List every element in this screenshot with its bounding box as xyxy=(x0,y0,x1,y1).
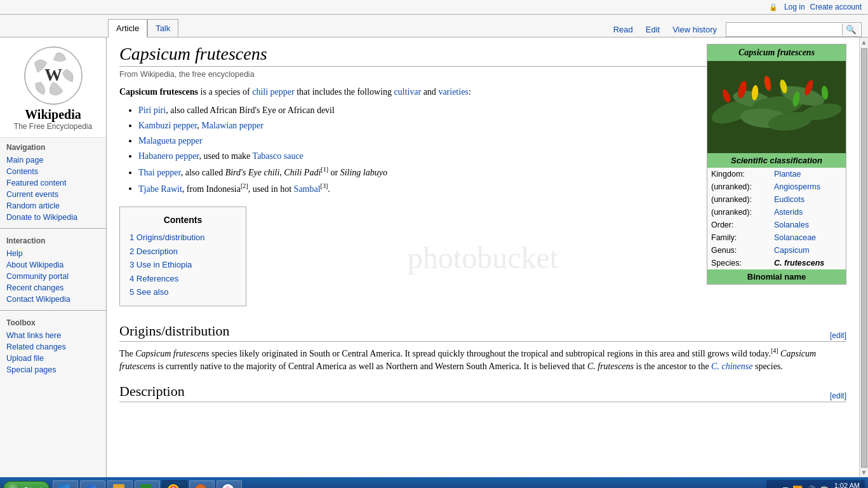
link-kambuzi[interactable]: Kambuzi pepper xyxy=(138,121,197,130)
link-malagueta[interactable]: Malagueta pepper xyxy=(138,136,203,146)
media-icon: ▶ xyxy=(140,484,152,488)
search-button[interactable]: 🔍 xyxy=(842,24,860,36)
infobox-link[interactable]: Capsicum xyxy=(774,246,810,255)
tray-time: 1:02 AM 6/8/2012 xyxy=(832,481,860,488)
tab-edit[interactable]: Edit xyxy=(642,22,664,37)
toc-title: Contents xyxy=(130,214,236,227)
sidebar-item-about[interactable]: About Wikipedia xyxy=(6,259,103,271)
table-row: (unranked): Asterids xyxy=(707,206,846,219)
sidebar-item-contact[interactable]: Contact Wikipedia xyxy=(6,294,103,305)
link-varieties[interactable]: varieties xyxy=(438,87,468,97)
flower-icon: 🌸 xyxy=(222,484,234,488)
system-tray: ◀ 🖥 📶 🔊 📋 1:02 AM 6/8/2012 xyxy=(766,480,865,488)
link-chili-pepper[interactable]: chili pepper xyxy=(252,87,294,97)
toc-link-4[interactable]: 4 References xyxy=(130,274,178,283)
sidebar-item-what-links[interactable]: What links here xyxy=(6,330,103,341)
infobox-link[interactable]: Solanales xyxy=(774,220,809,229)
toc-link-5[interactable]: 5 See also xyxy=(130,287,168,297)
search-box: 🔍 xyxy=(726,22,862,37)
infobox-image xyxy=(707,61,846,153)
infobox-link[interactable]: Solanaceae xyxy=(774,233,816,242)
create-account-link[interactable]: Create account xyxy=(810,3,862,11)
section-origins-edit[interactable]: [edit] xyxy=(830,330,846,341)
table-row: Order: Solanales xyxy=(707,219,846,231)
infobox-link[interactable]: Eudicots xyxy=(774,195,805,204)
section-description-heading: Description [edit] xyxy=(119,381,846,402)
infobox-link[interactable]: Angiosperms xyxy=(774,182,820,191)
toc-link-2[interactable]: 2 Description xyxy=(130,247,178,256)
clock-time: 1:02 AM xyxy=(832,481,860,488)
tab-article[interactable]: Article xyxy=(108,19,147,37)
toc-box: Contents 1 Origins/distribution 2 Descri… xyxy=(119,207,246,306)
tab-right: Read Edit View history 🔍 xyxy=(610,22,868,37)
sidebar-item-main-page[interactable]: Main page xyxy=(6,154,103,166)
sidebar-item-featured[interactable]: Featured content xyxy=(6,177,103,189)
toolbox-title: Toolbox xyxy=(6,318,103,327)
start-label: Start xyxy=(23,485,43,489)
sidebar-item-contents[interactable]: Contents xyxy=(6,166,103,177)
login-link[interactable]: Log in xyxy=(784,3,805,11)
tray-notification-icon: 📋 xyxy=(819,485,829,489)
table-row: Genus: Capsicum xyxy=(707,244,846,257)
intro-text2: that includes the following xyxy=(295,87,394,97)
infobox-link[interactable]: Asterids xyxy=(774,208,803,217)
sidebar-item-current-events[interactable]: Current events xyxy=(6,189,103,200)
taskbar-app-flower[interactable]: 🌸 xyxy=(217,480,242,488)
infobox-sci-class: Scientific classification xyxy=(707,153,846,168)
toc-item: 5 See also xyxy=(130,285,236,299)
sidebar-item-random[interactable]: Random article xyxy=(6,200,103,212)
svg-text:W: W xyxy=(44,65,62,85)
sidebar-item-help[interactable]: Help xyxy=(6,248,103,259)
tab-view-history[interactable]: View history xyxy=(669,22,721,37)
taskbar-app-chrome[interactable] xyxy=(162,480,187,488)
taskbar-app-folder[interactable]: 📁 xyxy=(107,480,133,488)
top-bar: 🔒 Log in Create account xyxy=(0,0,868,15)
infobox-value: Solanaceae xyxy=(770,231,846,244)
link-piri-piri[interactable]: Piri piri xyxy=(138,105,166,115)
sidebar-item-special[interactable]: Special pages xyxy=(6,364,103,376)
start-orb xyxy=(7,483,21,488)
sidebar-logo: W Wikipedia The Free Encyclopedia xyxy=(0,37,106,138)
sidebar-item-community[interactable]: Community portal xyxy=(6,271,103,282)
tab-left: Article Talk xyxy=(108,19,178,37)
taskbar-app-media[interactable]: ▶ xyxy=(135,480,160,488)
link-tjabe[interactable]: Tjabe Rawit xyxy=(138,184,182,193)
tab-read[interactable]: Read xyxy=(610,22,637,37)
infobox-label: (unranked): xyxy=(707,193,770,206)
taskbar-app-firefox[interactable]: 🦊 xyxy=(189,480,215,488)
link-tabasco[interactable]: Tabasco sauce xyxy=(253,151,304,161)
start-button[interactable]: Start xyxy=(3,481,50,488)
link-sambal[interactable]: Sambal xyxy=(294,184,321,193)
sidebar-item-donate[interactable]: Donate to Wikipedia xyxy=(6,212,103,223)
link-malawian[interactable]: Malawian pepper xyxy=(201,121,264,130)
toc-link-1[interactable]: 1 Origins/distribution xyxy=(130,233,205,242)
infobox-value: Plantae xyxy=(770,168,846,180)
infobox-label: Species: xyxy=(707,257,770,269)
toc-list: 1 Origins/distribution 2 Description 3 U… xyxy=(130,231,236,299)
link-c-chinense[interactable]: C. chinense xyxy=(711,362,752,371)
section-origins-text: The Capsicum frutescens species likely o… xyxy=(119,346,846,374)
link-habanero[interactable]: Habanero pepper xyxy=(138,151,199,161)
infobox-table: Kingdom: Plantae (unranked): Angiosperms… xyxy=(707,168,846,269)
sidebar-item-related-changes[interactable]: Related changes xyxy=(6,341,103,353)
page-wrapper: W Wikipedia The Free Encyclopedia Naviga… xyxy=(0,37,868,477)
intro-bold: Capsicum frutescens xyxy=(119,87,198,97)
tab-talk[interactable]: Talk xyxy=(147,19,178,37)
infobox-value: Eudicots xyxy=(770,193,846,206)
section-origins-title: Origins/distribution xyxy=(119,320,230,341)
infobox-label: Kingdom: xyxy=(707,168,770,180)
toc-link-3[interactable]: 3 Use in Ethiopia xyxy=(130,260,192,269)
infobox-value-species: C. frutescens xyxy=(770,257,846,269)
taskbar-app-ie[interactable]: e xyxy=(80,480,105,488)
link-cultivar[interactable]: cultivar xyxy=(394,87,421,97)
link-thai-pepper[interactable]: Thai pepper xyxy=(138,168,181,177)
section-description-edit[interactable]: [edit] xyxy=(830,390,846,402)
search-input[interactable] xyxy=(728,24,842,36)
sidebar-item-recent-changes[interactable]: Recent changes xyxy=(6,282,103,294)
infobox-link[interactable]: Plantae xyxy=(774,170,801,179)
taskbar: Start ⊞ e 📁 ▶ 🦊 🌸 ◀ 🖥 📶 🔊 📋 1: xyxy=(0,477,868,488)
sidebar-divider-1 xyxy=(0,228,106,229)
taskbar-app-windows[interactable]: ⊞ xyxy=(53,480,78,488)
sidebar-item-upload[interactable]: Upload file xyxy=(6,353,103,364)
right-scrollbar[interactable]: ▲ ▼ xyxy=(859,37,868,477)
